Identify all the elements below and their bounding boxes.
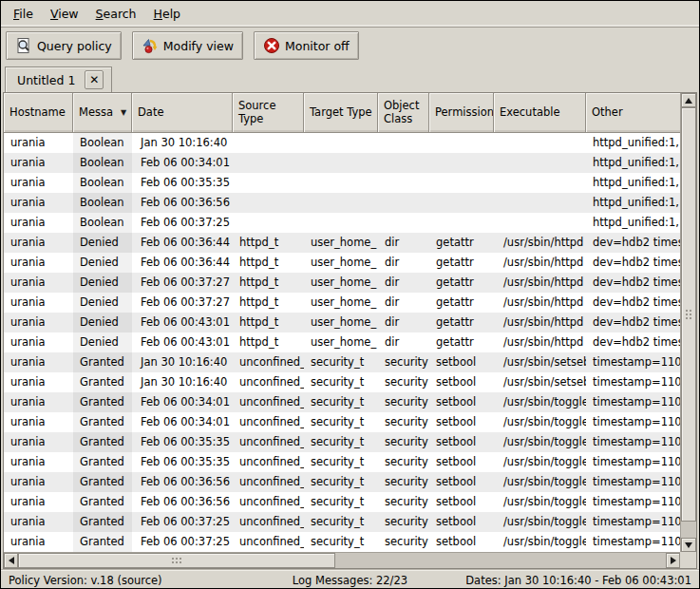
cell-other: dev=hdb2 timesta (586, 313, 680, 332)
vertical-scrollbar-thumb[interactable] (681, 107, 696, 522)
table-row[interactable]: urania Denied Feb 06 00:43:01 httpd_t us… (4, 332, 680, 352)
cell-executable (494, 213, 586, 233)
horizontal-scrollbar-thumb[interactable] (18, 553, 335, 568)
modify-view-button[interactable]: Modify view (132, 31, 243, 60)
column-header-target-type[interactable]: Target Type (304, 93, 378, 133)
column-header-date[interactable]: Date (132, 93, 233, 133)
cell-permission: setbool (429, 452, 494, 472)
column-header-other[interactable]: Other (586, 93, 680, 133)
log-messages-status: Log Messages: 22/23 (254, 574, 447, 587)
cell-other: httpd_unified:1, h (586, 173, 680, 193)
vertical-scrollbar[interactable] (680, 93, 696, 552)
table-row[interactable]: urania Granted Feb 06 00:36:56 unconfine… (4, 492, 680, 512)
table-row[interactable]: urania Boolean Jan 30 10:16:40 httpd_uni… (4, 133, 680, 153)
column-header-permission[interactable]: Permission (429, 93, 494, 133)
cell-permission: setbool (429, 492, 494, 512)
sort-desc-icon: ▼ (121, 108, 126, 117)
table-row[interactable]: urania Granted Jan 30 10:16:40 unconfine… (4, 352, 680, 372)
table-row[interactable]: urania Granted Feb 06 00:37:25 unconfine… (4, 532, 680, 552)
table-row[interactable]: urania Granted Feb 06 00:35:35 unconfine… (4, 452, 680, 472)
menu-view[interactable]: View (42, 1, 87, 27)
table-row[interactable]: urania Granted Feb 06 00:34:01 unconfine… (4, 392, 680, 412)
table-row[interactable]: urania Boolean Feb 06 00:37:25 httpd_uni… (4, 213, 680, 233)
cell-message: Boolean (73, 193, 132, 213)
cell-other: timestamp=11076 (586, 472, 680, 492)
cell-hostname: urania (4, 133, 73, 153)
scroll-right-button[interactable] (666, 553, 680, 568)
scroll-up-button[interactable] (681, 93, 696, 107)
table-row[interactable]: urania Denied Feb 06 00:36:44 httpd_t us… (4, 253, 680, 273)
cell-object-class: security (378, 412, 429, 432)
table-row[interactable]: urania Boolean Feb 06 00:36:56 httpd_uni… (4, 193, 680, 213)
column-header-object-class[interactable]: Object Class (378, 93, 429, 133)
table-row[interactable]: urania Granted Feb 06 00:35:35 unconfine… (4, 432, 680, 452)
column-header-source-type[interactable]: Source Type (233, 93, 304, 133)
vertical-scrollbar-track[interactable] (681, 522, 696, 538)
menu-help[interactable]: Help (145, 1, 190, 27)
seaudit-window: File View Search Help Query policy (0, 0, 700, 589)
cell-date: Jan 30 10:16:40 (132, 133, 233, 153)
cell-executable: /usr/sbin/toggle (494, 432, 586, 452)
cell-permission: setbool (429, 532, 494, 552)
cell-hostname: urania (4, 332, 73, 352)
table-row[interactable]: urania Boolean Feb 06 00:35:35 httpd_uni… (4, 173, 680, 193)
cell-source-type: httpd_t (233, 332, 304, 352)
cell-source-type: unconfined_ (233, 352, 304, 372)
monitor-off-button[interactable]: Monitor off (254, 31, 359, 60)
scroll-down-button[interactable] (681, 538, 696, 552)
table-row[interactable]: urania Denied Feb 06 00:43:01 httpd_t us… (4, 313, 680, 332)
cell-source-type: httpd_t (233, 293, 304, 313)
cell-permission: setbool (429, 392, 494, 412)
query-policy-button[interactable]: Query policy (6, 31, 122, 60)
table-row[interactable]: urania Granted Feb 06 00:34:01 unconfine… (4, 412, 680, 432)
scroll-left-button[interactable] (4, 553, 18, 568)
table-row[interactable]: urania Granted Feb 06 00:36:56 unconfine… (4, 472, 680, 492)
arrow-left-icon (9, 557, 14, 564)
cell-date: Feb 06 00:37:25 (132, 512, 233, 532)
table-row[interactable]: urania Granted Feb 06 00:37:25 unconfine… (4, 512, 680, 532)
query-policy-icon (15, 37, 32, 54)
cell-executable: /usr/sbin/toggle (494, 452, 586, 472)
cell-target-type: user_home_ (304, 273, 378, 293)
cell-date: Jan 30 10:16:40 (132, 372, 233, 392)
cell-hostname: urania (4, 432, 73, 452)
cell-executable: /usr/sbin/toggle (494, 532, 586, 552)
cell-permission (429, 153, 494, 173)
table-row[interactable]: urania Denied Feb 06 00:37:27 httpd_t us… (4, 293, 680, 313)
cell-hostname: urania (4, 233, 73, 253)
cell-target-type (304, 153, 378, 173)
cell-date: Feb 06 00:36:56 (132, 472, 233, 492)
table-row[interactable]: urania Denied Feb 06 00:37:27 httpd_t us… (4, 273, 680, 293)
horizontal-scrollbar[interactable] (4, 552, 680, 568)
table-row[interactable]: urania Granted Jan 30 10:16:40 unconfine… (4, 372, 680, 392)
cell-date: Feb 06 00:34:01 (132, 153, 233, 173)
menu-file[interactable]: File (5, 1, 42, 27)
table-row[interactable]: urania Denied Feb 06 00:36:44 httpd_t us… (4, 233, 680, 253)
tab-untitled-1[interactable]: Untitled 1 ✕ (5, 66, 112, 92)
cell-other: timestamp=11076 (586, 412, 680, 432)
horizontal-scrollbar-track[interactable] (335, 553, 666, 568)
cell-permission: setbool (429, 372, 494, 392)
cell-message: Denied (73, 293, 132, 313)
column-header-hostname[interactable]: Hostname (4, 93, 73, 133)
cell-date: Feb 06 00:37:27 (132, 273, 233, 293)
cell-other: dev=hdb2 timesta (586, 332, 680, 352)
cell-source-type (233, 153, 304, 173)
cell-object-class (378, 153, 429, 173)
tab-close-button[interactable]: ✕ (85, 70, 104, 89)
modify-view-label: Modify view (163, 39, 234, 53)
cell-executable: /usr/sbin/httpd (494, 332, 586, 352)
column-header-message[interactable]: Messa▼ (73, 93, 132, 133)
cell-other: timestamp=11076 (586, 452, 680, 472)
column-header-executable[interactable]: Executable (494, 93, 586, 133)
cell-object-class: security (378, 472, 429, 492)
table-row[interactable]: urania Boolean Feb 06 00:34:01 httpd_uni… (4, 153, 680, 173)
cell-hostname: urania (4, 293, 73, 313)
cell-other: dev=hdb2 timesta (586, 253, 680, 273)
cell-executable: /usr/sbin/toggle (494, 392, 586, 412)
menu-search[interactable]: Search (87, 1, 145, 27)
cell-permission (429, 213, 494, 233)
cell-source-type: unconfined_ (233, 392, 304, 412)
cell-permission: getattr (429, 253, 494, 273)
cell-target-type: security_t (304, 372, 378, 392)
